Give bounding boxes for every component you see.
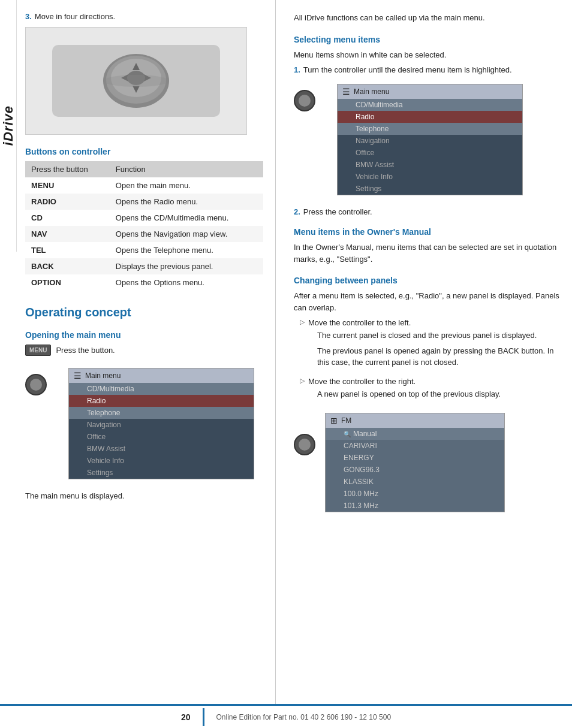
right-column: All iDrive functions can be called up vi… bbox=[276, 0, 572, 704]
fm-menu-item: 100.0 MHz bbox=[326, 488, 504, 500]
right-menu-icon: ☰ bbox=[342, 87, 350, 96]
button-function: Opens the CD/Multimedia menu. bbox=[110, 210, 263, 226]
footer-divider bbox=[203, 708, 204, 726]
idrive-sidebar: iDrive bbox=[0, 0, 17, 252]
table-row: CDOpens the CD/Multimedia menu. bbox=[25, 210, 263, 226]
table-header-button: Press the button bbox=[25, 161, 110, 177]
changing-panels-intro: After a menu item is selected, e.g., "Ra… bbox=[294, 290, 560, 313]
left-menu-icon: ☰ bbox=[74, 371, 82, 380]
bullet1-text: Move the controller to the left. bbox=[308, 318, 411, 327]
press-text: Press the button. bbox=[56, 346, 115, 355]
bullet2-arrow: ▷ bbox=[300, 377, 305, 404]
table-row: RADIOOpens the Radio menu. bbox=[25, 194, 263, 210]
svg-point-9 bbox=[103, 75, 169, 87]
menu-box-item: Settings bbox=[338, 183, 522, 195]
bullet1-arrow: ▷ bbox=[300, 318, 305, 372]
step3-number: 3. bbox=[25, 12, 32, 21]
bullet1-content: Move the controller to the left. The cur… bbox=[308, 318, 560, 372]
changing-panels-heading: Changing between panels bbox=[294, 276, 560, 285]
right-step2-text: Press the controller. bbox=[303, 207, 372, 216]
menu-button-label: MENU bbox=[25, 345, 51, 356]
button-function: Opens the Options menu. bbox=[110, 274, 263, 291]
menu-box-item: CD/Multimedia bbox=[69, 383, 254, 395]
menu-box-item: Navigation bbox=[338, 135, 522, 147]
fm-icon: ⊞ bbox=[330, 416, 338, 425]
button-function: Displays the previous panel. bbox=[110, 258, 263, 274]
step3-text: Move in four directions. bbox=[35, 12, 115, 21]
fm-item-text: Manual bbox=[353, 430, 377, 438]
right-step2-number: 2. bbox=[294, 207, 300, 216]
idrive-label: iDrive bbox=[1, 105, 16, 146]
bullet2-content: Move the controller to the right. A new … bbox=[308, 377, 560, 404]
left-menu-display: ☰ Main menu CD/MultimediaRadioTelephoneN… bbox=[25, 362, 263, 485]
fm-menu-item: 🔍Manual bbox=[326, 428, 504, 440]
button-name: RADIO bbox=[25, 194, 110, 210]
fm-menu-box: ⊞ FM 🔍ManualCARIVARIENERGYGONG96.3KLASSI… bbox=[325, 413, 505, 512]
right-menu-display: ☰ Main menu CD/MultimediaRadioTelephoneN… bbox=[294, 78, 560, 201]
right-step1-number: 1. bbox=[294, 65, 300, 74]
fm-title: FM bbox=[341, 416, 351, 425]
button-name: CD bbox=[25, 210, 110, 226]
table-row: TELOpens the Telephone menu. bbox=[25, 242, 263, 258]
menu-box-item: Navigation bbox=[69, 419, 254, 431]
knob-left bbox=[25, 374, 47, 395]
right-step1-text: Turn the controller until the desired me… bbox=[303, 65, 512, 74]
left-menu-header: ☰ Main menu bbox=[69, 368, 254, 383]
fm-menu-item: KLASSIK bbox=[326, 476, 504, 488]
bullet1-sub1: The current panel is closed and the prev… bbox=[317, 330, 560, 342]
menu-box-item: Settings bbox=[69, 467, 254, 479]
knob-fm bbox=[294, 434, 315, 455]
fm-menu-items: 🔍ManualCARIVARIENERGYGONG96.3KLASSIK100.… bbox=[326, 428, 504, 512]
bullet1-sub2: The previous panel is opened again by pr… bbox=[317, 345, 560, 368]
button-function: Opens the Telephone menu. bbox=[110, 242, 263, 258]
button-name: NAV bbox=[25, 226, 110, 242]
table-row: BACKDisplays the previous panel. bbox=[25, 258, 263, 274]
left-caption: The main menu is displayed. bbox=[25, 491, 263, 500]
buttons-on-controller-heading: Buttons on controller bbox=[25, 147, 263, 156]
step3-item: 3. Move in four directions. bbox=[25, 12, 263, 21]
bullet2: ▷ Move the controller to the right. A ne… bbox=[300, 377, 560, 404]
table-row: MENUOpen the main menu. bbox=[25, 177, 263, 194]
right-step1-item: 1. Turn the controller until the desired… bbox=[294, 65, 560, 74]
page-number: 20 bbox=[181, 712, 191, 722]
knob-right bbox=[294, 90, 315, 111]
buttons-table: Press the button Function MENUOpen the m… bbox=[25, 161, 263, 291]
fm-menu-item: ENERGY bbox=[326, 452, 504, 464]
search-icon: 🔍 bbox=[344, 431, 351, 437]
left-menu-title: Main menu bbox=[85, 371, 121, 380]
bullet2-text: Move the controller to the right. bbox=[308, 377, 416, 386]
button-function: Opens the Navigation map view. bbox=[110, 226, 263, 242]
press-button-row: MENU Press the button. bbox=[25, 345, 263, 356]
right-menu-title: Main menu bbox=[354, 87, 389, 96]
table-header-function: Function bbox=[110, 161, 263, 177]
knob-container-right bbox=[294, 90, 320, 111]
table-row: OPTIONOpens the Options menu. bbox=[25, 274, 263, 291]
intro-text: All iDrive functions can be called up vi… bbox=[294, 12, 560, 24]
fm-menu-item: GONG96.3 bbox=[326, 464, 504, 476]
fm-menu-item: CARIVARI bbox=[326, 440, 504, 452]
fm-menu-item: 101.3 MHz bbox=[326, 500, 504, 512]
menu-box-item: Telephone bbox=[338, 123, 522, 135]
right-menu-box: ☰ Main menu CD/MultimediaRadioTelephoneN… bbox=[337, 84, 523, 195]
right-menu-items: CD/MultimediaRadioTelephoneNavigationOff… bbox=[338, 99, 522, 195]
page-footer: 20 Online Edition for Part no. 01 40 2 6… bbox=[0, 704, 572, 728]
bullet2-sub1: A new panel is opened on top of the prev… bbox=[317, 388, 560, 400]
button-function: Opens the Radio menu. bbox=[110, 194, 263, 210]
bullet1: ▷ Move the controller to the left. The c… bbox=[300, 318, 560, 372]
knob-container-left bbox=[25, 374, 52, 395]
selecting-intro: Menu items shown in white can be selecte… bbox=[294, 49, 560, 61]
button-name: MENU bbox=[25, 177, 110, 194]
button-function: Open the main menu. bbox=[110, 177, 263, 194]
opening-main-menu-heading: Opening the main menu bbox=[25, 330, 263, 340]
menu-box-item: BMW Assist bbox=[69, 443, 254, 455]
fm-display: ⊞ FM 🔍ManualCARIVARIENERGYGONG96.3KLASSI… bbox=[294, 407, 560, 518]
owners-manual-heading: Menu items in the Owner's Manual bbox=[294, 227, 560, 237]
left-menu-items: CD/MultimediaRadioTelephoneNavigationOff… bbox=[69, 383, 254, 479]
right-menu-header: ☰ Main menu bbox=[338, 84, 522, 99]
operating-concept-heading: Operating concept bbox=[25, 306, 263, 319]
selecting-menu-items-heading: Selecting menu items bbox=[294, 35, 560, 44]
menu-box-item: Telephone bbox=[69, 407, 254, 419]
menu-box-item: Vehicle Info bbox=[69, 455, 254, 467]
controller-image bbox=[25, 27, 247, 135]
left-menu-box: ☰ Main menu CD/MultimediaRadioTelephoneN… bbox=[68, 368, 254, 479]
